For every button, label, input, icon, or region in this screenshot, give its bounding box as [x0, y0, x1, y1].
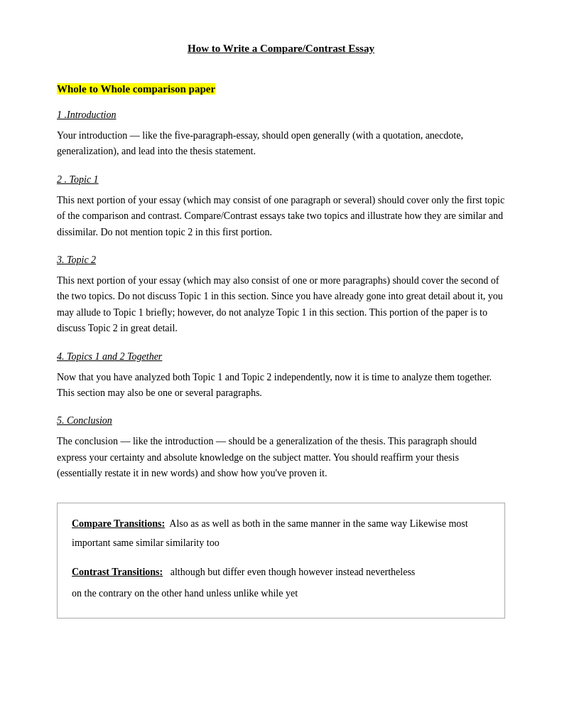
page-container: How to Write a Compare/Contrast Essay Wh…: [57, 43, 505, 619]
contrast-words-line1: although but differ even though however …: [171, 567, 416, 577]
section-3-heading: 3. Topic 2: [57, 255, 505, 266]
section-4-heading: 4. Topics 1 and 2 Together: [57, 351, 505, 363]
section-4-body: Now that you have analyzed both Topic 1 …: [57, 370, 505, 402]
highlighted-heading-block: Whole to Whole comparison paper: [57, 83, 505, 95]
section-5-body: The conclusion — like the introduction —…: [57, 434, 505, 481]
whole-to-whole-heading: Whole to Whole comparison paper: [57, 83, 215, 95]
contrast-label: Contrast Transitions:: [72, 567, 163, 577]
section-conclusion: 5. Conclusion The conclusion — like the …: [57, 415, 505, 481]
contrast-transitions-row1: Contrast Transitions: although but diffe…: [72, 563, 490, 582]
section-5-heading: 5. Conclusion: [57, 415, 505, 427]
section-introduction: 1 .Introduction Your introduction — like…: [57, 109, 505, 160]
section-1-heading: 1 .Introduction: [57, 109, 505, 121]
compare-label: Compare Transitions:: [72, 518, 165, 529]
section-2-body: This next portion of your essay (which m…: [57, 193, 505, 240]
section-topics-together: 4. Topics 1 and 2 Together Now that you …: [57, 351, 505, 402]
contrast-transitions-row2: on the contrary on the other hand unless…: [72, 584, 490, 604]
section-topic1: 2 . Topic 1 This next portion of your es…: [57, 174, 505, 240]
section-3-body: This next portion of your essay (which m…: [57, 273, 505, 337]
section-topic2: 3. Topic 2 This next portion of your ess…: [57, 255, 505, 337]
contrast-words-line2: on the contrary on the other hand unless…: [72, 588, 298, 599]
section-2-heading: 2 . Topic 1: [57, 174, 505, 186]
page-title: How to Write a Compare/Contrast Essay: [57, 43, 505, 55]
section-1-body: Your introduction — like the five-paragr…: [57, 128, 505, 160]
compare-transitions-row: Compare Transitions: Also as as well as …: [72, 515, 490, 552]
transitions-box: Compare Transitions: Also as as well as …: [57, 503, 505, 618]
